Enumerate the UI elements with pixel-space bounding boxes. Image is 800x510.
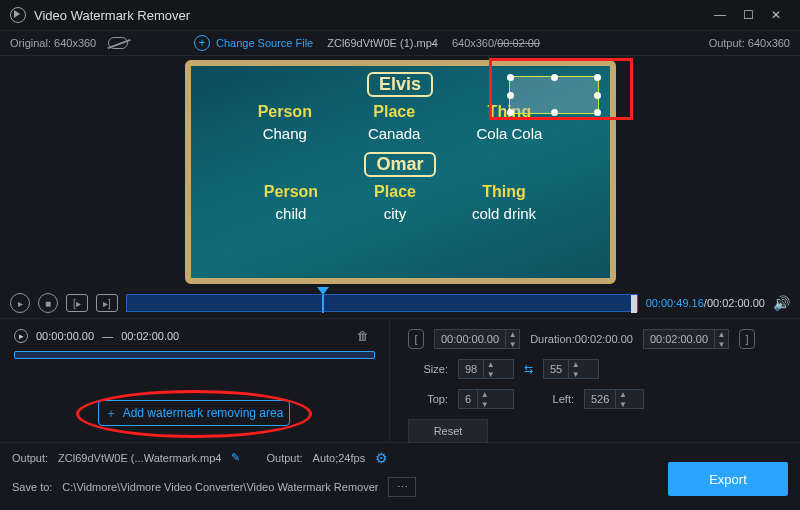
video-preview[interactable]: Elvis PersonChang PlaceCanada ThingCola … (185, 60, 616, 284)
spinner-down[interactable]: ▼ (615, 399, 629, 409)
resize-handle[interactable] (594, 109, 601, 116)
change-source-button[interactable]: + Change Source File (194, 35, 313, 51)
resize-handle[interactable] (507, 74, 514, 81)
spinner-down[interactable]: ▼ (568, 369, 582, 379)
playback-time: 00:00:49.16/00:02:00.00 (646, 297, 765, 309)
timeline-end-handle[interactable] (631, 295, 637, 313)
size-width-input[interactable]: 98▲▼ (458, 359, 514, 379)
playhead-marker-icon[interactable] (317, 287, 329, 295)
resize-handle[interactable] (594, 92, 601, 99)
segment-icon: ▸ (14, 329, 28, 343)
export-button[interactable]: Export (668, 462, 788, 496)
spinner-up[interactable]: ▲ (615, 389, 629, 399)
range-end-input[interactable]: 00:02:00.00▲▼ (643, 329, 729, 349)
reset-button[interactable]: Reset (408, 419, 488, 443)
resize-handle[interactable] (551, 74, 558, 81)
spinner-down[interactable]: ▼ (477, 399, 491, 409)
segment-range: ▸ 00:00:00.00 — 00:02:00.00 (14, 329, 375, 343)
top-label: Top: (408, 393, 448, 405)
saveto-path: C:\Vidmore\Vidmore Video Converter\Video… (62, 481, 378, 493)
delete-segment-button[interactable]: 🗑 (357, 329, 369, 343)
resize-handle[interactable] (551, 109, 558, 116)
link-aspect-icon[interactable]: ⇆ (524, 363, 533, 376)
playhead-line (322, 295, 324, 313)
plus-circle-icon: + (194, 35, 210, 51)
add-watermark-area-button[interactable]: ＋ Add watermark removing area (98, 400, 290, 426)
output-dimensions: Output: 640x360 (709, 37, 790, 49)
browse-folder-button[interactable]: ⋯ (388, 477, 416, 497)
top-input[interactable]: 6▲▼ (458, 389, 514, 409)
spinner-up[interactable]: ▲ (483, 359, 497, 369)
spinner-up[interactable]: ▲ (714, 329, 728, 339)
maximize-button[interactable]: ☐ (734, 4, 762, 26)
range-start-input[interactable]: 00:00:00.00▲▼ (434, 329, 520, 349)
original-label: Original: 640x360 (10, 37, 96, 49)
resize-handle[interactable] (594, 74, 601, 81)
add-watermark-area-label: Add watermark removing area (123, 406, 284, 420)
volume-icon[interactable]: 🔊 (773, 295, 790, 311)
size-height-input[interactable]: 55▲▼ (543, 359, 599, 379)
spinner-down[interactable]: ▼ (505, 339, 519, 349)
change-source-label: Change Source File (216, 37, 313, 49)
preview-name-2: Omar (364, 152, 435, 177)
minimize-button[interactable]: — (706, 4, 734, 26)
size-label: Size: (408, 363, 448, 375)
spinner-up[interactable]: ▲ (505, 329, 519, 339)
output-file-label: Output: (12, 452, 48, 464)
playback-bar: ▸ ■ [▸ ▸] 00:00:49.16/00:02:00.00 🔊 (0, 288, 800, 318)
saveto-label: Save to: (12, 481, 52, 493)
left-label: Left: (524, 393, 574, 405)
title-bar: Video Watermark Remover — ☐ ✕ (0, 0, 800, 30)
step-fwd-button[interactable]: ▸] (96, 294, 118, 312)
preview-name-1: Elvis (367, 72, 433, 97)
plus-icon: ＋ (105, 405, 117, 422)
timeline-track[interactable] (126, 294, 638, 312)
duration-label: Duration:00:02:00.00 (530, 333, 633, 345)
spinner-up[interactable]: ▲ (568, 359, 582, 369)
play-button[interactable]: ▸ (10, 293, 30, 313)
resize-handle[interactable] (507, 92, 514, 99)
spinner-down[interactable]: ▼ (714, 339, 728, 349)
stop-button[interactable]: ■ (38, 293, 58, 313)
range-start-bracket-button[interactable]: [ (408, 329, 424, 349)
output-format-label: Output: (266, 452, 302, 464)
app-logo-icon (10, 7, 26, 23)
properties-panel: [ 00:00:00.00▲▼ Duration:00:02:00.00 00:… (390, 319, 800, 442)
close-button[interactable]: ✕ (762, 4, 790, 26)
preview-toggle-icon[interactable] (108, 37, 128, 49)
segment-bar[interactable] (14, 351, 375, 359)
app-title: Video Watermark Remover (34, 8, 706, 23)
range-end-bracket-button[interactable]: ] (739, 329, 755, 349)
output-filename: ZCl69dVtW0E (...Watermark.mp4 (58, 452, 221, 464)
spinner-up[interactable]: ▲ (477, 389, 491, 399)
left-input[interactable]: 526▲▼ (584, 389, 644, 409)
info-bar: Original: 640x360 + Change Source File Z… (0, 30, 800, 56)
edit-filename-icon[interactable]: ✎ (231, 451, 240, 464)
output-format-value: Auto;24fps (313, 452, 366, 464)
resize-handle[interactable] (507, 109, 514, 116)
preview-stage[interactable]: Elvis PersonChang PlaceCanada ThingCola … (0, 56, 800, 288)
output-settings-icon[interactable]: ⚙ (375, 450, 388, 466)
source-filename: ZCl69dVtW0E (1).mp4 (327, 37, 438, 49)
watermark-selection-box[interactable] (509, 76, 599, 114)
source-dimensions: 640x360/00:02:00 (452, 37, 540, 49)
step-back-button[interactable]: [▸ (66, 294, 88, 312)
spinner-down[interactable]: ▼ (483, 369, 497, 379)
segments-panel: ▸ 00:00:00.00 — 00:02:00.00 🗑 ＋ Add wate… (0, 319, 390, 442)
